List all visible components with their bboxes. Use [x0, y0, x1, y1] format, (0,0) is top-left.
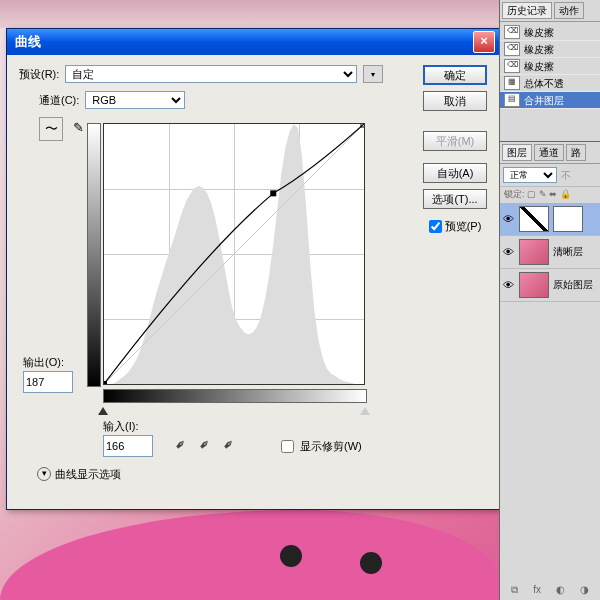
channel-select[interactable]: RGB: [85, 91, 185, 109]
link-icon[interactable]: ⧉: [511, 583, 518, 596]
output-gradient: [87, 123, 101, 387]
blend-mode-select[interactable]: 正常: [503, 167, 557, 183]
tab-paths[interactable]: 路: [566, 144, 586, 161]
history-item[interactable]: ▦总体不透: [500, 75, 600, 92]
preview-checkbox[interactable]: [429, 220, 442, 233]
titlebar[interactable]: 曲线 ×: [7, 29, 499, 55]
input-slider[interactable]: [103, 405, 365, 415]
layer-row[interactable]: 👁原始图层: [500, 269, 600, 302]
svg-rect-1: [104, 381, 107, 384]
fx-icon[interactable]: fx: [533, 583, 541, 596]
chevron-down-icon[interactable]: ▾: [37, 467, 51, 481]
history-item[interactable]: ⌫橡皮擦: [500, 41, 600, 58]
tab-actions[interactable]: 动作: [554, 2, 584, 19]
history-tabs: 历史记录 动作: [500, 0, 600, 22]
ok-button[interactable]: 确定: [423, 65, 487, 85]
clip-label: 显示修剪(W): [300, 439, 362, 453]
tab-history[interactable]: 历史记录: [502, 2, 552, 19]
black-eyedropper-icon[interactable]: ✒: [170, 433, 191, 454]
disclosure-label[interactable]: 曲线显示选项: [55, 467, 121, 481]
pencil-tool-icon[interactable]: ✎: [67, 117, 89, 139]
white-eyedropper-icon[interactable]: ✒: [218, 433, 239, 454]
curve-line[interactable]: [104, 124, 364, 384]
output-label: 输出(O):: [23, 355, 64, 369]
output-field[interactable]: [23, 371, 73, 393]
history-item[interactable]: ⌫橡皮擦: [500, 58, 600, 75]
gray-eyedropper-icon[interactable]: ✒: [194, 433, 215, 454]
preset-select[interactable]: 自定: [65, 65, 357, 83]
input-field[interactable]: [103, 435, 153, 457]
preset-label: 预设(R):: [19, 67, 59, 81]
preset-menu-button[interactable]: ▾: [363, 65, 383, 83]
adjust-icon[interactable]: ◑: [580, 583, 589, 596]
tab-layers[interactable]: 图层: [502, 144, 532, 161]
svg-rect-2: [270, 190, 276, 196]
auto-button[interactable]: 自动(A): [423, 163, 487, 183]
input-label: 输入(I):: [103, 419, 138, 433]
visibility-icon[interactable]: 👁: [503, 278, 515, 292]
tab-channels[interactable]: 通道: [534, 144, 564, 161]
curves-dialog: 曲线 × 预设(R): 自定 ▾ 通道(C): RGB 〜 ✎ 确定 取消 平滑…: [6, 28, 500, 510]
close-icon[interactable]: ×: [473, 31, 495, 53]
smooth-button: 平滑(M): [423, 131, 487, 151]
visibility-icon[interactable]: 👁: [503, 245, 515, 259]
visibility-icon[interactable]: 👁: [503, 212, 515, 226]
input-gradient: [103, 389, 367, 403]
layer-row[interactable]: 👁: [500, 203, 600, 236]
layer-row[interactable]: 👁清晰层: [500, 236, 600, 269]
cancel-button[interactable]: 取消: [423, 91, 487, 111]
mask-icon[interactable]: ◐: [556, 583, 565, 596]
curve-tool-icon[interactable]: 〜: [39, 117, 63, 141]
dialog-title: 曲线: [11, 34, 473, 51]
preview-label: 预览(P): [445, 219, 482, 233]
panels: 历史记录 动作 ⌫橡皮擦⌫橡皮擦⌫橡皮擦▦总体不透▤合并图层 图层 通道 路 正…: [499, 0, 600, 600]
curves-graph[interactable]: [103, 123, 365, 385]
history-item[interactable]: ⌫橡皮擦: [500, 24, 600, 41]
clip-checkbox[interactable]: [281, 440, 294, 453]
history-item[interactable]: ▤合并图层: [500, 92, 600, 109]
channel-label: 通道(C):: [39, 93, 79, 107]
options-button[interactable]: 选项(T)...: [423, 189, 487, 209]
history-list: ⌫橡皮擦⌫橡皮擦⌫橡皮擦▦总体不透▤合并图层: [500, 22, 600, 111]
svg-line-0: [104, 124, 364, 384]
